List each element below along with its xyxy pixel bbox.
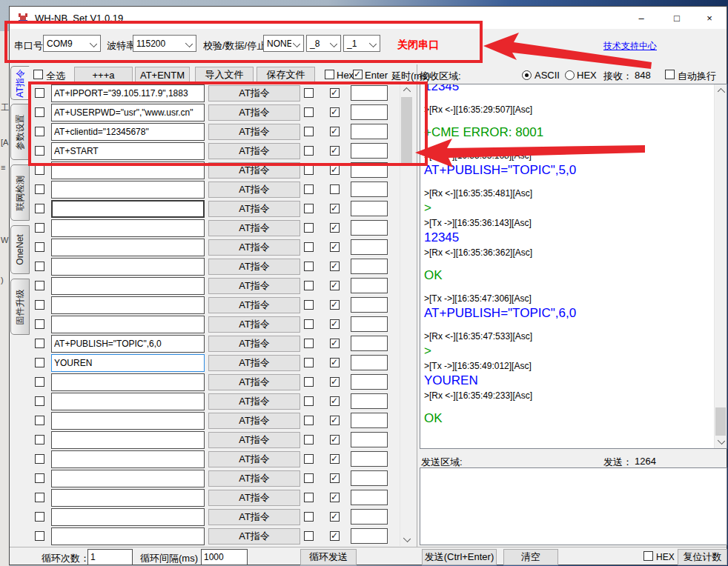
command-input[interactable]: [51, 142, 205, 160]
tech-support-link[interactable]: 技术支持中心: [603, 40, 657, 53]
row-hex-checkbox[interactable]: [304, 319, 314, 329]
parity-select[interactable]: NONE: [263, 35, 304, 52]
row-select-checkbox[interactable]: [35, 204, 44, 213]
row-delay-input[interactable]: [351, 374, 388, 390]
row-enter-checkbox[interactable]: [330, 184, 340, 194]
row-enter-checkbox[interactable]: [330, 223, 340, 233]
plus-plus-plus-a-button[interactable]: +++a: [74, 67, 133, 83]
command-input[interactable]: [51, 450, 205, 468]
row-select-checkbox[interactable]: [35, 416, 44, 425]
row-delay-input[interactable]: [351, 355, 388, 370]
row-delay-input[interactable]: [351, 124, 388, 139]
at-command-send-button[interactable]: AT指令: [208, 259, 300, 275]
save-file-button[interactable]: 保存文件: [257, 67, 315, 83]
row-hex-checkbox[interactable]: [304, 300, 314, 310]
command-input[interactable]: [51, 104, 205, 121]
row-hex-checkbox[interactable]: [304, 377, 314, 387]
at-command-send-button[interactable]: AT指令: [208, 104, 300, 121]
row-enter-checkbox[interactable]: [330, 493, 340, 502]
select-all-checkbox[interactable]: [33, 70, 43, 79]
at-command-send-button[interactable]: AT指令: [208, 528, 300, 545]
hex-radio[interactable]: [565, 70, 575, 80]
row-select-checkbox[interactable]: [35, 165, 44, 175]
row-hex-checkbox[interactable]: [304, 396, 314, 406]
command-input[interactable]: [51, 335, 205, 353]
row-hex-checkbox[interactable]: [304, 146, 314, 156]
row-delay-input[interactable]: [351, 528, 388, 544]
at-command-send-button[interactable]: AT指令: [208, 220, 300, 236]
row-select-checkbox[interactable]: [35, 377, 44, 387]
row-hex-checkbox[interactable]: [304, 223, 314, 233]
command-input[interactable]: [51, 508, 205, 526]
row-enter-checkbox[interactable]: [330, 358, 340, 367]
row-hex-checkbox[interactable]: [304, 435, 314, 445]
command-input[interactable]: [51, 316, 205, 333]
row-enter-checkbox[interactable]: [330, 204, 340, 213]
hex-column-checkbox[interactable]: [325, 70, 334, 79]
at-entm-button[interactable]: AT+ENTM: [135, 67, 190, 83]
at-command-send-button[interactable]: AT指令: [208, 451, 300, 467]
row-select-checkbox[interactable]: [35, 358, 44, 367]
row-select-checkbox[interactable]: [35, 396, 44, 406]
row-delay-input[interactable]: [351, 143, 388, 159]
row-enter-checkbox[interactable]: [330, 512, 340, 522]
scroll-down-arrow-icon[interactable]: [400, 533, 413, 546]
row-hex-checkbox[interactable]: [304, 204, 314, 213]
row-hex-checkbox[interactable]: [304, 512, 314, 522]
row-hex-checkbox[interactable]: [304, 473, 314, 483]
row-enter-checkbox[interactable]: [330, 300, 340, 310]
at-command-send-button[interactable]: AT指令: [208, 336, 300, 352]
row-hex-checkbox[interactable]: [304, 165, 314, 175]
scrollbar-thumb[interactable]: [401, 97, 412, 166]
row-delay-input[interactable]: [351, 490, 388, 505]
loop-send-button[interactable]: 循环发送: [300, 549, 357, 565]
at-command-send-button[interactable]: AT指令: [208, 143, 300, 159]
row-enter-checkbox[interactable]: [330, 146, 340, 156]
send-hex-checkbox[interactable]: [643, 551, 653, 561]
row-select-checkbox[interactable]: [35, 127, 44, 136]
row-delay-input[interactable]: [351, 393, 388, 409]
command-input[interactable]: [51, 84, 205, 102]
row-select-checkbox[interactable]: [35, 107, 44, 117]
send-button[interactable]: 发送(Ctrl+Enter): [422, 549, 497, 565]
row-hex-checkbox[interactable]: [304, 531, 314, 541]
row-hex-checkbox[interactable]: [304, 281, 314, 290]
row-delay-input[interactable]: [351, 509, 388, 525]
row-select-checkbox[interactable]: [35, 319, 44, 329]
row-hex-checkbox[interactable]: [304, 127, 314, 136]
close-serial-port-button[interactable]: 关闭串口: [397, 39, 439, 52]
row-delay-input[interactable]: [351, 470, 388, 486]
row-hex-checkbox[interactable]: [304, 493, 314, 502]
row-enter-checkbox[interactable]: [330, 281, 340, 290]
row-enter-checkbox[interactable]: [330, 127, 340, 136]
row-select-checkbox[interactable]: [35, 300, 44, 310]
row-hex-checkbox[interactable]: [304, 88, 314, 98]
command-input[interactable]: [51, 412, 205, 430]
row-select-checkbox[interactable]: [35, 493, 44, 502]
reset-counter-button[interactable]: 复位计数: [678, 549, 727, 565]
enter-column-checkbox[interactable]: [353, 70, 363, 79]
row-enter-checkbox[interactable]: [330, 88, 340, 98]
row-delay-input[interactable]: [351, 85, 388, 101]
at-command-send-button[interactable]: AT指令: [208, 374, 300, 390]
minimize-button[interactable]: –: [624, 7, 658, 29]
row-select-checkbox[interactable]: [35, 281, 44, 290]
row-delay-input[interactable]: [351, 182, 388, 197]
at-command-send-button[interactable]: AT指令: [208, 201, 300, 217]
row-delay-input[interactable]: [351, 336, 388, 351]
at-command-send-button[interactable]: AT指令: [208, 470, 300, 487]
row-hex-checkbox[interactable]: [304, 416, 314, 425]
row-enter-checkbox[interactable]: [330, 339, 340, 348]
import-file-button[interactable]: 导入文件: [195, 67, 254, 83]
row-hex-checkbox[interactable]: [304, 107, 314, 117]
at-command-send-button[interactable]: AT指令: [208, 162, 300, 179]
row-select-checkbox[interactable]: [35, 146, 44, 156]
row-hex-checkbox[interactable]: [304, 358, 314, 367]
at-command-send-button[interactable]: AT指令: [208, 413, 300, 429]
row-select-checkbox[interactable]: [35, 242, 44, 252]
at-command-send-button[interactable]: AT指令: [208, 393, 300, 410]
row-delay-input[interactable]: [351, 297, 388, 313]
row-select-checkbox[interactable]: [35, 184, 44, 194]
row-enter-checkbox[interactable]: [330, 473, 340, 483]
row-enter-checkbox[interactable]: [330, 435, 340, 445]
